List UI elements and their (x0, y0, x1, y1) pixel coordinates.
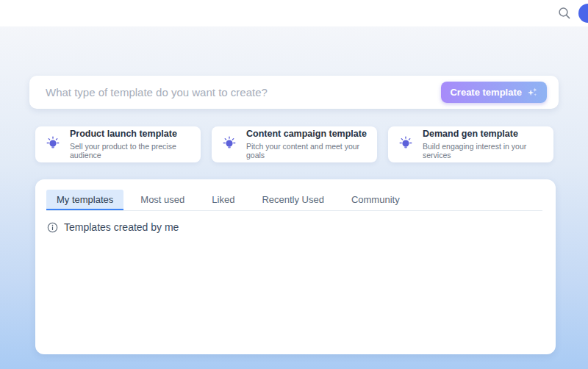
lightbulb-icon (221, 135, 237, 154)
card-subtitle: Build engaging interest in your services (423, 142, 553, 160)
top-bar (0, 0, 588, 26)
lightbulb-icon (398, 135, 414, 154)
card-title: Content campaign template (246, 129, 377, 140)
template-prompt-input[interactable] (46, 76, 453, 109)
template-prompt-bar: Create template (29, 76, 559, 109)
tab-community[interactable]: Community (341, 190, 410, 210)
card-content-campaign[interactable]: Content campaign template Pitch your con… (212, 126, 377, 162)
card-demand-gen[interactable]: Demand gen template Build engaging inter… (388, 126, 553, 162)
card-title: Demand gen template (423, 129, 553, 140)
card-title: Product launch template (70, 129, 201, 140)
tab-most-used[interactable]: Most used (130, 190, 195, 210)
card-product-launch[interactable]: Product launch template Sell your produc… (35, 126, 201, 162)
tab-my-templates[interactable]: My templates (46, 190, 123, 210)
lightbulb-icon (45, 135, 61, 154)
card-subtitle: Sell your product to the precise audienc… (70, 142, 201, 160)
card-text: Demand gen template Build engaging inter… (423, 129, 553, 160)
info-icon (47, 222, 58, 233)
empty-state-text: Templates created by me (64, 221, 179, 233)
templates-panel: My templates Most used Liked Recently Us… (35, 179, 556, 354)
sparkles-icon (527, 87, 538, 98)
create-template-button[interactable]: Create template (441, 82, 547, 103)
create-template-label: Create template (450, 87, 522, 98)
suggestion-cards-row: Product launch template Sell your produc… (35, 126, 553, 162)
tab-liked[interactable]: Liked (201, 190, 245, 210)
user-avatar[interactable] (578, 4, 588, 23)
card-text: Product launch template Sell your produc… (70, 129, 201, 160)
tab-recently-used[interactable]: Recently Used (251, 190, 334, 210)
empty-state-row: Templates created by me (47, 221, 556, 233)
templates-tabs: My templates Most used Liked Recently Us… (46, 190, 542, 211)
search-icon[interactable] (557, 6, 572, 21)
card-subtitle: Pitch your content and meet your goals (246, 142, 377, 160)
card-text: Content campaign template Pitch your con… (246, 129, 377, 160)
